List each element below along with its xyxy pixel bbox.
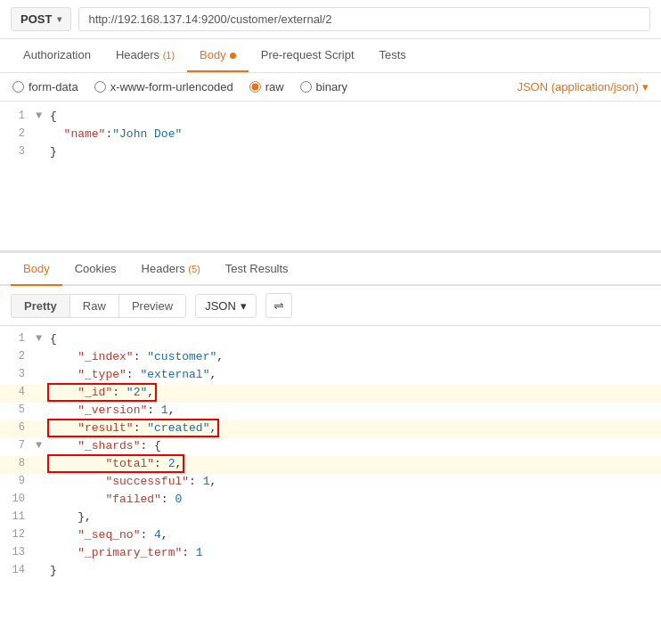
binary-option[interactable]: binary — [300, 80, 347, 94]
resp-plain: : — [189, 475, 203, 488]
resp-line-content: "_index": "customer", — [50, 350, 661, 363]
resp-line-number: 1 — [0, 332, 36, 345]
form-data-option[interactable]: form-data — [12, 80, 78, 94]
resp-line-content: "_type": "external", — [50, 368, 661, 381]
resp-code-line: 7▼ "_shards": { — [0, 438, 661, 456]
resp-line-number: 2 — [0, 350, 36, 363]
code-plain — [50, 127, 64, 141]
resp-line-number: 13 — [0, 546, 36, 558]
json-type-selector[interactable]: JSON (application/json) ▾ — [517, 80, 649, 94]
resp-plain: , — [209, 368, 216, 381]
resp-plain — [50, 350, 78, 363]
json-type-chevron: ▾ — [642, 80, 649, 94]
code-key: "name" — [64, 127, 106, 141]
resp-line-content: { — [50, 332, 661, 346]
line-gutter: ▼ — [36, 110, 50, 122]
resp-code-line: 11 }, — [0, 509, 661, 527]
request-body-editor[interactable]: 1▼{2 "name":"John Doe"3} — [0, 102, 661, 253]
resp-code-line: 12 "_seq_no": 4, — [0, 527, 661, 545]
tab-headers[interactable]: Headers (1) — [103, 39, 187, 72]
resp-code-line: 5 "_version": 1, — [0, 403, 661, 420]
response-icon-btn[interactable]: ⇌ — [265, 293, 292, 318]
method-label: POST — [20, 12, 52, 26]
resp-tab-body[interactable]: Body — [11, 253, 62, 286]
resp-line-content: "_primary_term": 1 — [50, 546, 661, 559]
resp-tab-cookies[interactable]: Cookies — [62, 253, 129, 286]
resp-string: "customer" — [147, 350, 216, 363]
line-content: { — [50, 110, 661, 123]
resp-number: 1 — [196, 546, 203, 559]
resp-plain — [50, 475, 105, 488]
resp-plain: : — [134, 350, 148, 363]
resp-string: "created" — [147, 421, 209, 435]
resp-plain: : — [140, 528, 154, 542]
resp-line-number: 10 — [0, 493, 36, 505]
resp-key: "_primary_term" — [78, 546, 182, 559]
resp-tab-test-results[interactable]: Test Results — [213, 253, 301, 286]
form-data-radio[interactable] — [12, 81, 24, 93]
resp-plain: , — [175, 457, 182, 470]
resp-line-number: 3 — [0, 368, 36, 380]
response-body: 1▼{2 "_index": "customer",3 "_type": "ex… — [0, 326, 661, 586]
resp-plain — [50, 457, 105, 470]
resp-tab-headers[interactable]: Headers (5) — [129, 253, 213, 286]
resp-plain — [50, 368, 78, 381]
code-plain: } — [50, 145, 57, 159]
resp-line-content: "failed": 0 — [50, 493, 661, 506]
method-chevron: ▾ — [57, 14, 61, 24]
resp-line-content: "successful": 1, — [50, 475, 661, 488]
resp-plain — [50, 404, 78, 417]
resp-line-number: 4 — [0, 386, 36, 398]
resp-plain — [50, 493, 105, 506]
resp-number: 0 — [175, 493, 182, 506]
resp-plain — [50, 386, 78, 399]
tab-pre-request-script[interactable]: Pre-request Script — [249, 39, 367, 72]
highlighted-region: "result": "created", — [50, 421, 216, 435]
resp-plain: : { — [140, 439, 160, 452]
raw-radio[interactable] — [249, 81, 261, 93]
resp-line-number: 8 — [0, 457, 36, 469]
tab-tests[interactable]: Tests — [367, 39, 419, 72]
resp-line-content: "_version": 1, — [50, 404, 661, 417]
resp-plain: : — [112, 386, 126, 399]
raw-option[interactable]: raw — [249, 80, 284, 94]
urlencoded-radio[interactable] — [94, 81, 106, 93]
resp-key: "result" — [78, 421, 133, 435]
resp-code-line: 10 "failed": 0 — [0, 492, 661, 509]
resp-code-line: 3 "_type": "external", — [0, 367, 661, 385]
resp-plain: , — [161, 528, 168, 542]
urlencoded-option[interactable]: x-www-form-urlencoded — [94, 80, 233, 94]
resp-key: "_type" — [78, 368, 126, 381]
code-string: "John Doe" — [112, 127, 182, 141]
tab-authorization[interactable]: Authorization — [11, 39, 103, 72]
tab-body[interactable]: Body — [187, 39, 249, 72]
resp-plain: , — [216, 350, 224, 363]
method-selector[interactable]: POST ▾ — [11, 7, 71, 31]
format-btn-preview[interactable]: Preview — [119, 295, 185, 317]
resp-number: 4 — [154, 528, 161, 542]
resp-code-line: 1▼{ — [0, 331, 661, 349]
json-type-label: JSON (application/json) — [517, 80, 639, 94]
resp-plain — [50, 528, 78, 542]
response-type-chevron: ▾ — [241, 299, 247, 313]
body-dot — [230, 53, 236, 59]
line-content: "name":"John Doe" — [50, 127, 661, 141]
url-input[interactable] — [78, 7, 650, 31]
resp-plain: : — [154, 457, 168, 470]
resp-line-number: 5 — [0, 404, 36, 416]
resp-key: "_seq_no" — [78, 528, 140, 542]
response-icon: ⇌ — [273, 298, 284, 313]
resp-plain: : — [182, 546, 196, 559]
format-btn-raw[interactable]: Raw — [70, 295, 119, 317]
resp-line-content: "_id": "2", — [50, 386, 661, 399]
resp-plain: { — [50, 332, 57, 346]
response-type-selector[interactable]: JSON ▾ — [195, 294, 257, 318]
resp-line-number: 6 — [0, 421, 36, 434]
format-btn-pretty[interactable]: Pretty — [12, 295, 70, 317]
resp-code-line: 8 "total": 2, — [0, 456, 661, 474]
binary-radio[interactable] — [300, 81, 312, 93]
resp-code-line: 14} — [0, 563, 661, 581]
code-line: 3} — [0, 144, 661, 162]
body-options-row: form-data x-www-form-urlencoded raw bina… — [0, 73, 661, 102]
response-type-label: JSON — [205, 299, 236, 313]
